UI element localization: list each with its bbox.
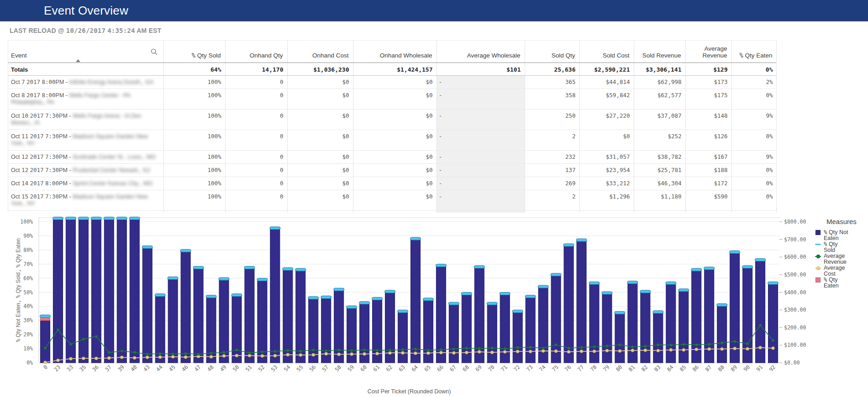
marker-pct-sold[interactable] bbox=[283, 268, 293, 271]
marker-pct-sold[interactable] bbox=[244, 266, 255, 269]
bar-pct-not-eaten[interactable] bbox=[513, 311, 522, 363]
bar-pct-not-eaten[interactable] bbox=[104, 218, 114, 363]
bar-pct-not-eaten[interactable] bbox=[168, 278, 178, 363]
marker-pct-sold[interactable] bbox=[487, 302, 497, 305]
average-revenue-marker[interactable] bbox=[325, 350, 327, 352]
average-revenue-marker[interactable] bbox=[440, 349, 442, 351]
marker-pct-sold[interactable] bbox=[334, 288, 344, 291]
bar-pct-not-eaten[interactable] bbox=[615, 313, 625, 363]
average-cost-marker[interactable] bbox=[57, 359, 59, 361]
marker-pct-sold[interactable] bbox=[206, 295, 216, 298]
marker-pct-sold[interactable] bbox=[321, 296, 331, 298]
average-revenue-marker[interactable] bbox=[491, 347, 494, 350]
bar-pct-not-eaten[interactable] bbox=[117, 218, 126, 363]
average-cost-marker[interactable] bbox=[529, 350, 531, 353]
bar-pct-not-eaten[interactable] bbox=[219, 279, 229, 363]
marker-pct-sold[interactable] bbox=[730, 251, 740, 253]
bar-pct-not-eaten[interactable] bbox=[653, 312, 663, 363]
average-revenue-marker[interactable] bbox=[401, 349, 404, 351]
average-cost-marker[interactable] bbox=[299, 354, 302, 356]
average-revenue-marker[interactable] bbox=[248, 351, 251, 354]
marker-pct-sold[interactable] bbox=[168, 277, 178, 280]
bar-pct-not-eaten[interactable] bbox=[730, 252, 740, 363]
average-cost-marker[interactable] bbox=[554, 350, 557, 352]
marker-pct-sold[interactable] bbox=[602, 292, 612, 294]
marker-pct-sold[interactable] bbox=[308, 297, 319, 299]
marker-pct-sold[interactable] bbox=[180, 249, 191, 252]
average-cost-marker[interactable] bbox=[363, 352, 366, 355]
marker-pct-sold[interactable] bbox=[372, 297, 383, 300]
marker-pct-sold[interactable] bbox=[65, 217, 76, 220]
average-cost-marker[interactable] bbox=[593, 350, 595, 353]
average-cost-marker[interactable] bbox=[312, 353, 315, 356]
average-cost-marker[interactable] bbox=[69, 357, 72, 360]
average-cost-marker[interactable] bbox=[82, 357, 85, 360]
bar-pct-not-eaten[interactable] bbox=[309, 298, 318, 363]
marker-pct-sold[interactable] bbox=[551, 273, 561, 276]
bar-pct-not-eaten[interactable] bbox=[679, 290, 689, 363]
marker-pct-sold[interactable] bbox=[755, 258, 766, 261]
column-header-average-wholesale[interactable]: Average Wholesale bbox=[437, 41, 525, 63]
average-revenue-marker[interactable] bbox=[69, 343, 72, 346]
average-cost-marker[interactable] bbox=[121, 356, 123, 359]
average-cost-marker[interactable] bbox=[746, 347, 749, 350]
average-revenue-marker[interactable] bbox=[619, 344, 621, 346]
average-revenue-marker[interactable] bbox=[236, 349, 238, 351]
average-cost-marker[interactable] bbox=[618, 350, 621, 352]
average-cost-marker[interactable] bbox=[184, 355, 187, 358]
average-cost-marker[interactable] bbox=[772, 347, 774, 350]
bar-pct-not-eaten[interactable] bbox=[283, 269, 293, 363]
event-cell[interactable]: Oct 12 2017 7:30PM - Scottrade Center St… bbox=[8, 150, 163, 163]
bar-pct-not-eaten[interactable] bbox=[334, 289, 344, 363]
bar-pct-not-eaten[interactable] bbox=[270, 228, 280, 363]
average-cost-marker[interactable] bbox=[389, 351, 391, 354]
average-revenue-marker[interactable] bbox=[746, 342, 749, 345]
average-cost-marker[interactable] bbox=[235, 354, 238, 357]
average-revenue-marker[interactable] bbox=[197, 353, 200, 355]
average-revenue-marker[interactable] bbox=[733, 340, 736, 343]
average-revenue-marker[interactable] bbox=[337, 349, 340, 351]
average-revenue-marker[interactable] bbox=[568, 347, 570, 350]
bar-pct-not-eaten[interactable] bbox=[768, 283, 778, 363]
average-cost-marker[interactable] bbox=[580, 350, 583, 353]
average-cost-marker[interactable] bbox=[440, 351, 442, 354]
marker-pct-sold[interactable] bbox=[691, 268, 702, 271]
bar-pct-not-eaten[interactable] bbox=[602, 293, 612, 363]
marker-pct-sold[interactable] bbox=[295, 268, 306, 271]
average-cost-marker[interactable] bbox=[222, 355, 225, 357]
average-revenue-marker[interactable] bbox=[389, 349, 391, 352]
average-cost-marker[interactable] bbox=[452, 351, 455, 354]
average-cost-marker[interactable] bbox=[682, 349, 685, 351]
legend-item--qty-not-eaten[interactable]: % Qty NotEaten bbox=[814, 230, 868, 241]
average-cost-marker[interactable] bbox=[146, 356, 149, 359]
bar-pct-not-eaten[interactable] bbox=[194, 267, 203, 363]
marker-pct-sold[interactable] bbox=[40, 315, 50, 318]
bar-pct-not-eaten[interactable] bbox=[53, 218, 63, 363]
average-cost-marker[interactable] bbox=[248, 354, 251, 357]
average-revenue-marker[interactable] bbox=[95, 335, 98, 338]
average-revenue-marker[interactable] bbox=[772, 339, 774, 342]
average-revenue-marker[interactable] bbox=[299, 350, 302, 353]
average-revenue-marker[interactable] bbox=[350, 349, 353, 352]
average-cost-marker[interactable] bbox=[325, 352, 327, 355]
average-revenue-marker[interactable] bbox=[427, 349, 430, 352]
event-cell[interactable]: Oct 11 2017 7:30PM - Madison Square Gard… bbox=[8, 130, 163, 150]
average-revenue-marker[interactable] bbox=[759, 324, 762, 327]
average-revenue-marker[interactable] bbox=[580, 346, 583, 349]
marker-pct-sold[interactable] bbox=[512, 310, 523, 313]
average-cost-marker[interactable] bbox=[708, 348, 710, 350]
marker-pct-sold[interactable] bbox=[398, 310, 408, 313]
average-cost-marker[interactable] bbox=[669, 349, 672, 351]
column-header-onhand-cost[interactable]: Onhand Cost bbox=[287, 41, 353, 63]
average-revenue-marker[interactable] bbox=[223, 351, 226, 354]
marker-pct-sold[interactable] bbox=[640, 290, 651, 293]
bar-pct-not-eaten[interactable] bbox=[245, 267, 254, 363]
average-cost-marker[interactable] bbox=[337, 353, 340, 355]
marker-pct-sold[interactable] bbox=[448, 302, 459, 305]
event-cell[interactable]: Oct 14 2017 8:00PM - Sprint Center Kansa… bbox=[8, 177, 163, 190]
average-revenue-marker[interactable] bbox=[312, 349, 315, 351]
average-cost-marker[interactable] bbox=[695, 348, 698, 350]
column-header-event[interactable]: Event bbox=[8, 41, 163, 63]
bar-pct-not-eaten[interactable] bbox=[641, 292, 650, 363]
marker-pct-sold[interactable] bbox=[704, 267, 715, 270]
